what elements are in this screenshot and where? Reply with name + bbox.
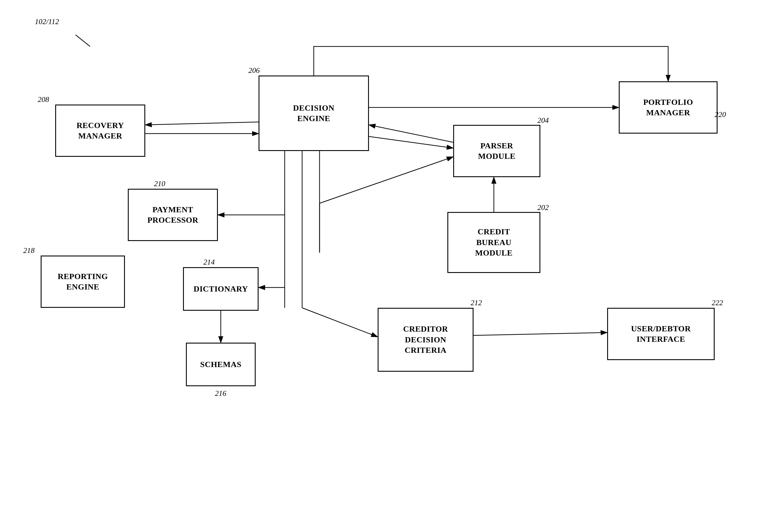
label-210: 210 [154,179,165,188]
label-208: 208 [38,95,49,104]
label-222: 222 [712,299,723,307]
label-204: 204 [538,116,549,125]
svg-line-7 [145,122,258,125]
creditor-decision-criteria-box: CREDITORDECISIONCRITERIA [377,308,474,372]
svg-line-5 [369,125,453,142]
label-220: 220 [715,110,726,119]
recovery-manager-box: RECOVERYMANAGER [55,105,145,157]
dictionary-box: DICTIONARY [183,267,258,311]
label-216: 216 [215,389,226,398]
payment-processor-box: PAYMENTPROCESSOR [128,189,218,241]
svg-line-4 [369,136,453,148]
label-214: 214 [203,258,215,267]
reporting-engine-box: REPORTINGENGINE [41,256,125,308]
user-debtor-interface-box: USER/DEBTORINTERFACE [607,308,715,360]
label-202: 202 [538,203,549,212]
svg-line-14 [302,308,377,337]
decision-engine-box: DECISIONENGINE [258,76,369,151]
label-206: 206 [248,66,260,75]
svg-line-17 [474,333,607,335]
svg-line-16 [319,157,453,203]
label-212: 212 [471,299,482,307]
label-218: 218 [23,246,35,255]
portfolio-manager-box: PORTFOLIOMANAGER [619,81,718,134]
credit-bureau-module-box: CREDITBUREAUMODULE [448,212,540,273]
reference-label-102-112: 102/112 [35,17,59,26]
schemas-box: SCHEMAS [186,343,256,386]
parser-module-box: PARSERMODULE [453,125,540,177]
svg-line-2 [75,35,90,46]
